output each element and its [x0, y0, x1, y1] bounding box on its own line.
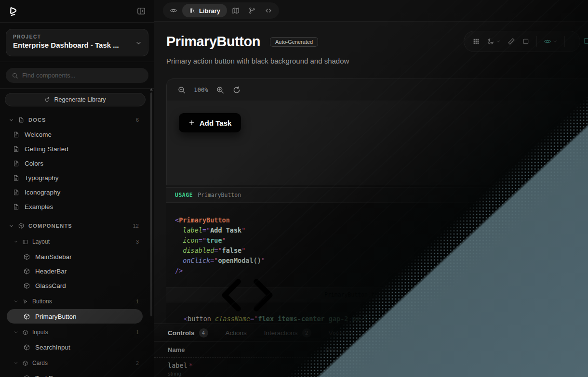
tab-label: Interactions — [264, 329, 298, 337]
regenerate-label: Regenerate Library — [54, 96, 106, 103]
chevron-down-icon — [9, 223, 14, 229]
component-item-mainsidebar[interactable]: MainSidebar — [0, 249, 150, 264]
add-task-preview-button[interactable]: Add Task — [179, 113, 241, 132]
tab-visual-tests[interactable]: Visual tests — [329, 329, 362, 337]
chevron-down-icon — [135, 39, 142, 47]
tab-actions[interactable]: Actions — [226, 329, 247, 337]
zoom-in-button[interactable] — [216, 86, 225, 94]
map-icon — [232, 7, 240, 14]
usage-label: USAGE — [175, 192, 193, 198]
code-line: <button className="flex items-center gap… — [184, 314, 588, 324]
prop-type: string — [168, 371, 588, 377]
component-item-primarybutton-selected[interactable]: PrimaryButton — [7, 309, 143, 324]
component-item-glasscard[interactable]: GlassCard — [0, 278, 150, 293]
preview-eye-button[interactable] — [166, 4, 181, 17]
usage-code-block[interactable]: <PrimaryButton label="Add Task" icon="tr… — [166, 203, 588, 324]
section-components[interactable]: COMPONENTS 12 — [0, 219, 150, 233]
cube-icon — [23, 268, 30, 275]
vertical-scrollbar[interactable] — [150, 92, 152, 316]
branch-button[interactable] — [244, 4, 260, 17]
group-layout[interactable]: Layout 3 — [0, 235, 150, 248]
addon-tabs: Controls 4 Actions Interactions 2 Visual… — [154, 324, 588, 342]
section-count: 6 — [136, 117, 139, 123]
doc-icon — [13, 131, 20, 138]
library-icon — [189, 7, 196, 14]
regenerate-library-button[interactable]: Regenerate Library — [5, 93, 146, 106]
sidebar-item-welcome[interactable]: Welcome — [0, 127, 150, 142]
chevron-down-icon — [9, 117, 14, 123]
clipped-toolbar-button[interactable] — [583, 37, 588, 46]
cube-icon — [18, 222, 25, 229]
moon-icon — [487, 38, 494, 45]
chevron-down-icon — [13, 330, 18, 335]
sidebar-item-typography[interactable]: Typography — [0, 170, 150, 185]
cube-icon — [23, 282, 30, 289]
canvas-tools-toolbar — [464, 31, 580, 52]
map-button[interactable] — [228, 4, 243, 17]
sidebar-collapse-button[interactable] — [136, 6, 146, 16]
chevron-down-icon — [553, 39, 558, 44]
component-item-headerbar[interactable]: HeaderBar — [0, 264, 150, 278]
sidebar-item-getting-started[interactable]: Getting Started — [0, 142, 150, 156]
usage-component-name: PrimaryButton — [198, 192, 241, 198]
divider — [536, 36, 537, 47]
measure-button[interactable] — [505, 35, 518, 48]
group-cards[interactable]: Cards 2 — [0, 357, 150, 369]
zoom-out-button[interactable] — [177, 86, 186, 94]
theme-toggle-button[interactable] — [484, 35, 503, 48]
search-placeholder: Find components... — [22, 72, 76, 79]
outline-button[interactable] — [520, 35, 532, 48]
group-count: 1 — [136, 329, 139, 335]
code-line: <PrimaryButton — [175, 215, 588, 225]
group-label: Layout — [32, 238, 50, 245]
button-label: Add Task — [200, 119, 231, 127]
refresh-icon[interactable] — [232, 86, 241, 94]
chevron-down-icon — [13, 239, 18, 244]
group-inputs[interactable]: Inputs 1 — [0, 326, 150, 338]
cube-icon — [22, 360, 28, 366]
tab-badge: 2 — [302, 328, 311, 338]
doc-icon — [13, 160, 20, 167]
project-selector[interactable]: PROJECT Enterprise Dashboard - Task ... — [6, 29, 148, 56]
code-button[interactable] — [261, 4, 276, 17]
sidebar-item-colors[interactable]: Colors — [0, 156, 150, 170]
page-title: PrimaryButton — [166, 34, 260, 50]
grid-view-button[interactable] — [470, 35, 482, 48]
cube-icon — [23, 253, 30, 260]
table-row[interactable]: label* string — [154, 358, 588, 377]
component-item-searchinput[interactable]: SearchInput — [0, 340, 150, 354]
visibility-button[interactable] — [541, 35, 560, 48]
zoom-level: 100% — [194, 86, 208, 93]
sidebar: PROJECT Enterprise Dashboard - Task ... … — [0, 0, 154, 377]
cursor-icon — [22, 299, 28, 305]
source-file-header: PrimaryButton.tsx — [166, 287, 588, 302]
doc-icon — [18, 117, 25, 123]
tab-accessibility-clipped[interactable]: Ac — [379, 329, 387, 337]
group-label: Buttons — [32, 298, 52, 305]
tab-label: Actions — [226, 329, 247, 337]
scroll-up-arrow[interactable] — [150, 88, 153, 91]
item-label: TaskRow — [35, 375, 62, 377]
chevron-down-icon — [496, 39, 501, 44]
divider — [564, 36, 565, 47]
item-label: GlassCard — [35, 282, 66, 289]
cube-icon — [23, 344, 30, 351]
component-item-taskrow[interactable]: TaskRow — [0, 371, 150, 377]
code-section: USAGE PrimaryButton <PrimaryButton label… — [166, 187, 588, 324]
eye-icon — [170, 7, 177, 14]
tab-library[interactable]: Library — [182, 4, 227, 17]
find-components-input[interactable]: Find components... — [6, 68, 148, 83]
chevron-down-icon — [13, 361, 18, 365]
sidebar-item-iconography[interactable]: Iconography — [0, 185, 150, 199]
divider — [0, 62, 154, 62]
group-buttons[interactable]: Buttons 1 — [0, 295, 150, 308]
sidebar-item-examples[interactable]: Examples — [0, 199, 150, 214]
section-label: DOCS — [28, 117, 46, 123]
section-docs[interactable]: DOCS 6 — [0, 113, 150, 127]
tab-controls[interactable]: Controls 4 — [168, 328, 208, 338]
code-line: label="Add Task" — [175, 225, 588, 235]
refresh-icon — [44, 97, 50, 103]
auto-generated-badge: Auto-Generated — [270, 37, 318, 47]
eye-icon — [544, 38, 551, 45]
tab-interactions[interactable]: Interactions 2 — [264, 328, 311, 338]
